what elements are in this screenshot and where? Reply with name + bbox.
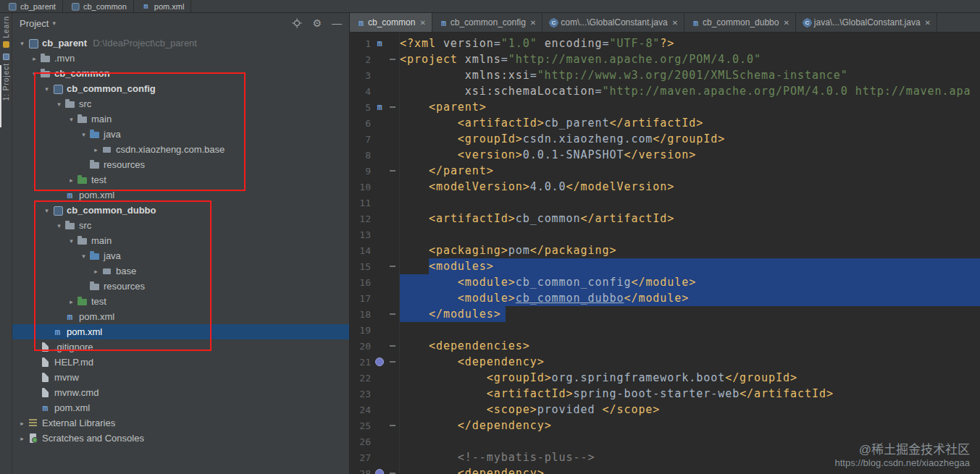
chevron-down-icon[interactable]: ▾ bbox=[52, 20, 56, 27]
fold-icon[interactable] bbox=[388, 163, 398, 179]
folder-test-icon bbox=[77, 174, 88, 185]
tree-item-label: test bbox=[91, 296, 106, 307]
tree-item-Scratches-and-Consoles[interactable]: ▸Scratches and Consoles bbox=[12, 431, 349, 446]
code-area[interactable]: <?xml version="1.0" encoding="UTF-8"?><p… bbox=[400, 33, 980, 474]
chevron-right-icon[interactable]: ▸ bbox=[66, 177, 77, 184]
gear-icon[interactable]: ⚙ bbox=[312, 18, 322, 28]
code-segment: = bbox=[494, 37, 501, 50]
tree-item-cb_common[interactable]: ▾cb_common bbox=[12, 66, 349, 81]
fold-icon[interactable] bbox=[388, 258, 398, 274]
chevron-down-icon[interactable]: ▾ bbox=[66, 116, 77, 123]
chevron-right-icon[interactable]: ▸ bbox=[17, 435, 28, 442]
close-icon[interactable]: ✕ bbox=[672, 19, 678, 27]
close-icon[interactable]: ✕ bbox=[530, 19, 536, 27]
fold-icon[interactable] bbox=[388, 418, 398, 433]
gutter-maven-icon[interactable]: m bbox=[371, 99, 388, 115]
tree-item-resources[interactable]: resources bbox=[12, 157, 349, 172]
tree-item-label: mvnw bbox=[54, 372, 79, 383]
chevron-down-icon[interactable]: ▾ bbox=[78, 131, 89, 138]
tree-item-java[interactable]: ▾java bbox=[12, 248, 349, 263]
gutter-row: 21 bbox=[352, 354, 399, 370]
class-icon: C bbox=[803, 17, 813, 27]
chevron-right-icon[interactable]: ▸ bbox=[91, 146, 101, 153]
gutter-row: 14 bbox=[352, 242, 399, 258]
code-segment bbox=[400, 244, 429, 257]
tree-item-resources[interactable]: resources bbox=[12, 279, 349, 294]
code-segment: <artifactId> bbox=[487, 387, 574, 400]
chevron-down-icon[interactable]: ▾ bbox=[54, 101, 64, 108]
fold-icon[interactable] bbox=[388, 99, 398, 115]
close-icon[interactable]: ✕ bbox=[419, 19, 425, 27]
code-segment: = bbox=[603, 37, 610, 50]
tree-item-test[interactable]: ▸test bbox=[12, 172, 349, 187]
tree-item-java[interactable]: ▾java bbox=[12, 127, 349, 142]
gutter-plugin-icon[interactable] bbox=[371, 465, 388, 474]
chevron-down-icon[interactable]: ▾ bbox=[17, 40, 28, 47]
chevron-down-icon[interactable]: ▾ bbox=[29, 70, 40, 77]
folder-icon bbox=[64, 98, 75, 109]
tree-item-pom.xml[interactable]: mpom.xml bbox=[12, 187, 349, 203]
tree-item-src[interactable]: ▾src bbox=[12, 96, 349, 111]
chevron-right-icon[interactable]: ▸ bbox=[17, 420, 28, 427]
chevron-right-icon[interactable]: ▸ bbox=[29, 55, 40, 62]
chevron-right-icon[interactable]: ▸ bbox=[91, 268, 101, 275]
chevron-down-icon[interactable]: ▾ bbox=[66, 237, 77, 245]
line-number: 27 bbox=[352, 452, 371, 463]
tree-item-HELP.md[interactable]: HELP.md bbox=[12, 355, 349, 370]
tree-item-.mvn[interactable]: ▸.mvn bbox=[12, 51, 349, 66]
tree-item-cb_common_config[interactable]: ▾cb_common_config bbox=[12, 81, 349, 96]
learn-tool-button[interactable]: Learn bbox=[0, 13, 12, 51]
fold-icon[interactable] bbox=[388, 465, 398, 474]
tree-item-cb_parent[interactable]: ▾cb_parentD:\IdeaProject\cb_parent bbox=[12, 35, 349, 51]
project-panel-title[interactable]: Project bbox=[20, 18, 49, 29]
locate-file-icon[interactable] bbox=[292, 18, 302, 28]
code-segment: "http://maven.apache.org/POM/4.0.0 http:… bbox=[602, 85, 971, 98]
close-icon[interactable]: ✕ bbox=[783, 19, 789, 27]
tree-item-base[interactable]: ▸base bbox=[12, 263, 349, 279]
hide-panel-icon[interactable]: — bbox=[332, 18, 342, 28]
tree-item-External-Libraries[interactable]: ▸External Libraries bbox=[12, 415, 349, 431]
editor-tab-com-GlobalConstant-java[interactable]: Ccom\...\GlobalConstant.java✕ bbox=[543, 13, 684, 32]
close-icon[interactable]: ✕ bbox=[925, 19, 931, 27]
tree-item-mvnw[interactable]: mvnw bbox=[12, 370, 349, 385]
tree-item-.gitignore[interactable]: .gitignore bbox=[12, 339, 349, 355]
tree-item-csdn.xiaozheng.com.base[interactable]: ▸csdn.xiaozheng.com.base bbox=[12, 142, 349, 157]
fold-icon[interactable] bbox=[388, 51, 398, 67]
chevron-down-icon[interactable]: ▾ bbox=[78, 253, 89, 260]
fold-icon[interactable] bbox=[388, 306, 398, 322]
code-segment: version bbox=[443, 37, 494, 50]
fold-icon[interactable] bbox=[388, 354, 398, 370]
watermark: @稀土掘金技术社区 https://blog.csdn.net/xiaozheg… bbox=[835, 439, 970, 468]
code-line: </modules> bbox=[400, 306, 980, 322]
editor-tab-cb_common_config[interactable]: mcb_common_config✕ bbox=[432, 13, 543, 32]
chevron-down-icon[interactable]: ▾ bbox=[41, 207, 52, 214]
tree-item-path: D:\IdeaProject\cb_parent bbox=[93, 38, 197, 48]
editor-tab-java-GlobalConstant-java[interactable]: Cjava\...\GlobalConstant.java✕ bbox=[796, 13, 937, 32]
tree-item-pom.xml[interactable]: mpom.xml bbox=[12, 400, 349, 415]
fold-icon[interactable] bbox=[388, 338, 398, 354]
tree-item-label: cb_parent bbox=[42, 38, 87, 48]
tree-item-test[interactable]: ▸test bbox=[12, 294, 349, 309]
tree-item-pom.xml[interactable]: mpom.xml bbox=[12, 324, 349, 339]
tree-item-cb_common_dubbo[interactable]: ▾cb_common_dubbo bbox=[12, 203, 349, 218]
project-panel: Project ▾ ⚙ — ▾cb_parentD:\IdeaProject\c… bbox=[12, 13, 350, 474]
tree-item-src[interactable]: ▾src bbox=[12, 218, 349, 233]
top-tab-label: cb_common bbox=[83, 2, 127, 11]
chevron-down-icon[interactable]: ▾ bbox=[41, 85, 52, 93]
tree-item-main[interactable]: ▾main bbox=[12, 233, 349, 248]
top-tab-pom.xml[interactable]: mpom.xml bbox=[134, 0, 192, 12]
gutter-maven-icon[interactable]: m bbox=[371, 35, 388, 51]
top-tab-cb_parent[interactable]: cb_parent bbox=[0, 0, 63, 12]
tree-item-mvnw.cmd[interactable]: mvnw.cmd bbox=[12, 385, 349, 400]
editor-tab-cb_common_dubbo[interactable]: mcb_common_dubbo✕ bbox=[684, 13, 796, 32]
gutter-plugin-icon[interactable] bbox=[371, 354, 388, 370]
learn-icon bbox=[3, 41, 9, 48]
chevron-right-icon[interactable]: ▸ bbox=[66, 298, 77, 305]
chevron-down-icon[interactable]: ▾ bbox=[54, 222, 64, 229]
editor-tab-cb_common[interactable]: mcb_common✕ bbox=[350, 13, 432, 32]
tree-item-pom.xml[interactable]: mpom.xml bbox=[12, 309, 349, 324]
tree-item-main[interactable]: ▾main bbox=[12, 111, 349, 127]
project-tool-button[interactable]: 1: Project bbox=[0, 51, 12, 103]
code-line: xsi:schemaLocation="http://maven.apache.… bbox=[400, 83, 980, 99]
top-tab-cb_common[interactable]: cb_common bbox=[63, 0, 134, 12]
